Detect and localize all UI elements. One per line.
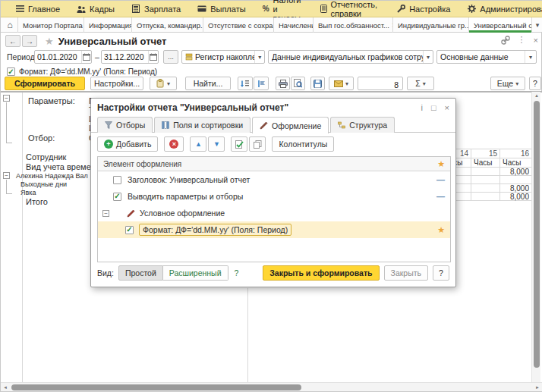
delete-button[interactable]: × xyxy=(164,136,184,152)
report-row-header: Вид учета времен xyxy=(26,162,96,171)
appearance-list-header[interactable]: Элемент оформления ★ xyxy=(98,157,450,171)
report-variants-button[interactable]: ▾ xyxy=(150,77,177,90)
period-to-field[interactable] xyxy=(101,50,159,64)
appearance-item-show-params[interactable]: ✓ Выводить параметры и отборы — xyxy=(98,188,450,205)
close-page-icon[interactable]: × xyxy=(534,36,538,45)
more-menu-icon[interactable]: ⋮ xyxy=(518,35,526,45)
group-collapse-icon[interactable]: − xyxy=(3,172,10,179)
group-collapse-icon[interactable]: − xyxy=(3,95,10,102)
add-button[interactable]: + Добавить xyxy=(97,136,158,152)
appearance-list: Элемент оформления ★ Заголовок: Универса… xyxy=(97,156,451,262)
home-tab[interactable]: ⌂ xyxy=(1,17,18,33)
item-checkbox[interactable]: ✓ xyxy=(113,193,121,201)
tab-individualnye[interactable]: Индивидуальные гр...× xyxy=(393,17,469,33)
dialog-info-icon[interactable]: i xyxy=(421,103,422,112)
period-to-input[interactable] xyxy=(102,52,148,61)
scroll-right-icon[interactable]: ► xyxy=(533,383,542,392)
precision-input[interactable] xyxy=(358,79,402,91)
scroll-left-icon[interactable]: ◄ xyxy=(1,383,10,392)
chevron-down-icon[interactable]: ▾ xyxy=(423,51,433,63)
sum-button[interactable]: Σ ▾ xyxy=(407,77,434,90)
sort-button[interactable] xyxy=(238,77,253,90)
back-button[interactable]: ← xyxy=(5,35,20,47)
tab-oformlenie[interactable]: Оформление xyxy=(252,117,329,133)
pin-button[interactable] xyxy=(254,77,269,90)
period-options-button[interactable]: ... xyxy=(163,50,178,64)
tab-struktura[interactable]: Структура xyxy=(330,117,395,133)
copy-button[interactable] xyxy=(249,136,266,152)
item-checkbox[interactable] xyxy=(113,176,121,184)
collapse-icon[interactable]: − xyxy=(102,210,109,217)
preview-button[interactable] xyxy=(291,77,305,90)
tab-otpuska[interactable]: Отпуска, командир...× xyxy=(132,17,203,33)
generate-button[interactable]: Сформировать xyxy=(5,77,85,90)
format-checkbox[interactable]: ✓ xyxy=(7,67,15,76)
scroll-up-icon[interactable]: ▲ xyxy=(532,92,541,99)
register-object-select[interactable]: Данные индивидуальных графиков сотрудник… xyxy=(268,50,433,64)
settings-button[interactable]: Настройки... xyxy=(90,77,143,90)
calendar-icon[interactable] xyxy=(148,51,158,63)
move-up-button[interactable]: ▲ xyxy=(190,136,206,152)
period-from-input[interactable] xyxy=(35,52,81,61)
register-table-select[interactable]: Основные данные ▾ xyxy=(436,50,537,64)
dialog-titlebar[interactable]: Настройки отчета "Универсальный отчет" i… xyxy=(91,99,455,117)
period-from-field[interactable] xyxy=(34,50,92,64)
tab-universalnyj-otchet[interactable]: Универсальный отчет× xyxy=(469,17,532,33)
save-button[interactable] xyxy=(310,77,325,90)
chevron-down-icon[interactable]: ▾ xyxy=(254,51,264,63)
find-button[interactable]: Найти... xyxy=(185,77,231,90)
menu-item-administration[interactable]: Администрирование xyxy=(460,1,542,17)
favorite-star-icon[interactable]: ★ xyxy=(45,36,54,47)
filter-icon xyxy=(105,121,112,129)
print-button[interactable] xyxy=(276,77,290,90)
tab-otbory[interactable]: Отборы xyxy=(97,117,153,133)
horizontal-scroll-thumb[interactable] xyxy=(11,384,301,390)
register-type-select[interactable]: Регистр накопления ▾ xyxy=(181,50,265,64)
precision-field[interactable] xyxy=(358,77,403,90)
chevron-down-icon: ▾ xyxy=(515,80,518,87)
apply-appearance-button[interactable] xyxy=(231,136,247,152)
vertical-scroll-thumb[interactable] xyxy=(534,101,540,368)
send-email-button[interactable]: ▾ xyxy=(329,77,354,90)
tab-otsutstvie[interactable]: Отсутствие с сохра...× xyxy=(203,17,274,33)
tab-polya-i-sortirovki[interactable]: Поля и сортировки xyxy=(154,117,251,133)
link-icon[interactable] xyxy=(501,36,510,45)
dialog-close-icon[interactable]: × xyxy=(445,103,449,112)
tab-vyp-gos[interactable]: Вып гос.обязанност...× xyxy=(314,17,393,33)
menu-item-salary[interactable]: Зарплата xyxy=(124,1,187,17)
move-down-button[interactable]: ▼ xyxy=(208,136,225,152)
tab-list-dropdown[interactable]: ▾ xyxy=(532,17,542,32)
chevron-down-icon[interactable]: ▾ xyxy=(525,51,536,63)
menu-item-main[interactable]: Главное xyxy=(8,1,67,17)
menu-item-payments[interactable]: Выплаты xyxy=(191,1,252,17)
calendar-icon[interactable] xyxy=(81,51,91,63)
menu-item-taxes[interactable]: % Налоги и взносы xyxy=(256,1,310,17)
item-checkbox[interactable]: ✓ xyxy=(125,226,134,234)
taxes-icon: % xyxy=(263,5,269,14)
view-advanced-button[interactable]: Расширенный xyxy=(163,265,228,281)
appearance-item-title[interactable]: Заголовок: Универсальный отчет — xyxy=(98,171,450,188)
tab-informaciya[interactable]: Информация× xyxy=(84,17,132,33)
maximize-icon[interactable]: □ xyxy=(431,103,436,112)
menu-item-settings[interactable]: Настройка xyxy=(389,1,457,17)
sigma-icon: Σ xyxy=(415,79,421,88)
close-button[interactable]: Закрыть xyxy=(384,265,428,281)
view-help-link[interactable]: ? xyxy=(235,268,239,278)
menu-item-staff[interactable]: Кадры xyxy=(70,1,121,17)
dialog-help-button[interactable]: ? xyxy=(433,265,449,281)
tab-monitor-portala[interactable]: Монитор Портала 1...× xyxy=(18,17,84,33)
more-button[interactable]: Еще ▾ xyxy=(490,77,525,90)
tab-nachisleniya[interactable]: Начисления× xyxy=(274,17,314,33)
view-simple-button[interactable]: Простой xyxy=(118,265,163,281)
horizontal-scrollbar[interactable]: ◄ ► xyxy=(1,382,542,391)
appearance-item-format[interactable]: ✓ Формат: ДФ='dd.MM.yy' (Поля: Период) ★ xyxy=(98,221,450,238)
appearance-item-conditional[interactable]: − Условное оформление xyxy=(98,205,450,221)
vertical-scrollbar[interactable]: ▲ xyxy=(531,92,540,382)
headers-footers-button[interactable]: Колонтитулы xyxy=(272,136,334,152)
help-button[interactable]: ? xyxy=(529,77,541,90)
close-and-generate-button[interactable]: Закрыть и сформировать xyxy=(263,265,379,281)
forward-button[interactable]: → xyxy=(22,35,37,47)
grid-cell-value: 8,000 xyxy=(500,168,532,176)
appearance-pencil-icon xyxy=(260,121,268,130)
menu-item-reports[interactable]: Отчетность, справки xyxy=(314,1,387,17)
